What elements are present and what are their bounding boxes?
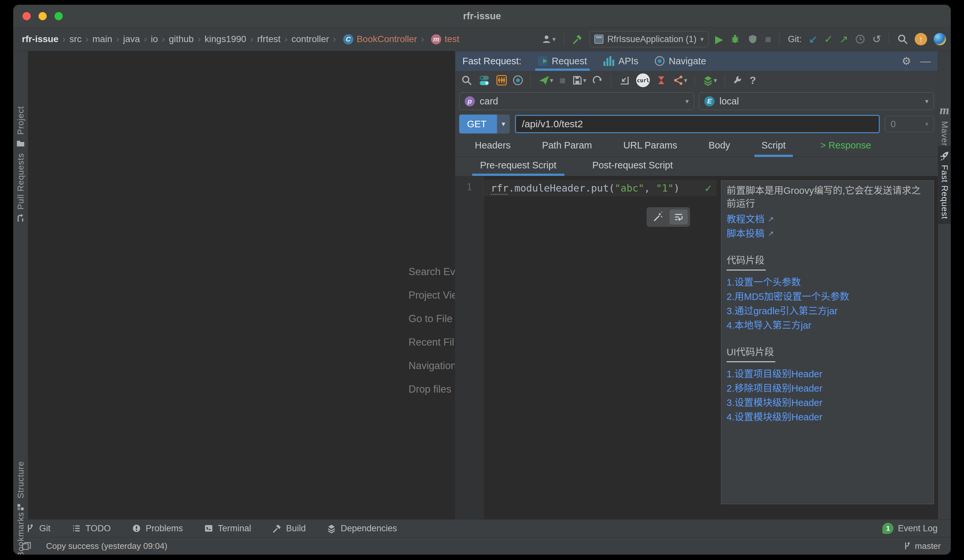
tab-apis[interactable]: APIs [604, 51, 638, 71]
toolwindow-terminal[interactable]: Terminal [204, 523, 251, 534]
close-window-button[interactable] [23, 12, 31, 20]
build-project-button[interactable] [572, 34, 583, 45]
search-icon[interactable] [461, 75, 472, 86]
breadcrumb-item[interactable]: rfrtest [246, 34, 280, 44]
run-configuration-select[interactable]: RfrIssueApplication (1) ▾ [589, 31, 708, 47]
minimize-window-button[interactable] [39, 12, 47, 20]
toolwindow-pull-requests[interactable]: Pull Requests [13, 153, 28, 223]
toolwindow-bookmarks[interactable]: Bookmarks [13, 512, 28, 555]
toolwindow-structure[interactable]: Structure [13, 461, 28, 512]
snippet-link[interactable]: 4.本地导入第三方jar [726, 318, 811, 333]
bug-icon [730, 34, 741, 45]
method-select[interactable]: GET ▾ [459, 115, 510, 133]
locate-api-icon[interactable] [513, 75, 523, 85]
toolwindow-dependencies[interactable]: Dependencies [327, 523, 397, 534]
share-icon[interactable]: ▾ [673, 75, 687, 86]
debug-button[interactable] [730, 34, 741, 45]
tab-headers[interactable]: Headers [475, 140, 511, 157]
breadcrumb-method[interactable]: m test [417, 34, 459, 44]
breadcrumb-item[interactable]: java [112, 34, 140, 44]
redo-icon[interactable] [593, 75, 604, 86]
tab-body[interactable]: Body [708, 140, 730, 157]
tab-navigate-label: Navigate [669, 56, 706, 67]
snippet-link[interactable]: 3.通过gradle引入第三方jar [726, 304, 838, 318]
git-branch-widget[interactable]: master [903, 541, 941, 551]
search-everywhere-button[interactable] [897, 34, 908, 45]
zoom-window-button[interactable] [55, 12, 63, 20]
save-request-button[interactable]: ▾ [572, 75, 586, 86]
toolwindow-problems[interactable]: Problems [132, 523, 183, 534]
ui-snippet-link[interactable]: 2.移除项目级别Header [726, 381, 822, 396]
tab-post-request-script[interactable]: Post-request Script [585, 160, 681, 176]
event-log-button[interactable]: 1 Event Log [883, 523, 938, 534]
git-push-button[interactable]: ↗ [839, 34, 848, 44]
tab-navigate[interactable]: Navigate [655, 51, 706, 71]
stack-layers-icon[interactable]: ▾ [702, 75, 717, 86]
url-input[interactable]: /api/v1.0/test2 [515, 115, 880, 133]
ui-snippet-link[interactable]: 3.设置模块级别Header [726, 396, 822, 410]
toolwindow-build[interactable]: Build [272, 523, 306, 534]
toolwindow-fast-request[interactable]: Fast Request [938, 146, 951, 224]
hide-panel-icon[interactable]: — [920, 56, 931, 66]
curl-icon[interactable]: curl [636, 73, 650, 87]
git-update-button[interactable]: ↙ [809, 34, 818, 44]
request-tabs: Headers Path Param URL Params Body Scrip… [455, 137, 938, 157]
fast-request-panel: Fast Request: Request APIs Navigate ⚙ — [455, 51, 938, 519]
stop-request-button[interactable]: ■ [559, 75, 566, 86]
breadcrumb-class[interactable]: C BookController [329, 34, 417, 44]
breadcrumb-item[interactable]: rfr-issue [22, 34, 59, 44]
doc-link-submit-script[interactable]: 脚本投稿 ↗ [726, 226, 773, 241]
tab-path-param[interactable]: Path Param [542, 140, 592, 157]
tab-script[interactable]: Script [762, 140, 786, 157]
tab-request[interactable]: Request [538, 51, 587, 71]
breadcrumb-item[interactable]: kings1990 [194, 34, 246, 44]
breadcrumb-item[interactable]: controller [280, 34, 329, 44]
settings-gear-icon[interactable]: ⚙ [902, 56, 911, 66]
rollback-button[interactable]: ↺ [872, 34, 881, 44]
project-select-value: card [480, 96, 498, 107]
tab-url-params[interactable]: URL Params [624, 140, 677, 157]
breadcrumb-item[interactable]: io [140, 34, 158, 44]
wrench-icon[interactable] [733, 75, 744, 86]
tab-pre-request-script[interactable]: Pre-request Script [472, 160, 564, 176]
paper-plane-icon [538, 75, 550, 86]
editor-hint: Search Ev [409, 260, 455, 284]
tab-response[interactable]: > Response [820, 140, 871, 157]
method-icon: m [431, 34, 441, 44]
magic-wand-button[interactable] [649, 209, 667, 224]
snippet-link[interactable]: 2.用MD5加密设置一个头参数 [726, 289, 849, 304]
breadcrumb-item[interactable]: src [59, 34, 81, 44]
send-request-button[interactable]: ▾ [538, 75, 553, 86]
run-with-coverage-button[interactable] [747, 34, 758, 45]
project-select[interactable]: p card ▾ [459, 93, 694, 110]
doc-link-tutorial[interactable]: 教程文档 ↗ [726, 212, 773, 226]
ui-snippet-link[interactable]: 4.设置模块级别Header [726, 410, 822, 424]
breadcrumb-item[interactable]: github [158, 34, 194, 44]
profile-button[interactable]: ▾ [541, 34, 556, 45]
script-code-editor[interactable]: rfr.moduleHeader.put("abc", "1") ✓ [484, 176, 717, 519]
gradle-sphere-icon[interactable] [934, 33, 946, 45]
import-icon[interactable] [619, 75, 630, 86]
history-button[interactable] [855, 34, 866, 45]
request-count-select[interactable]: 0 ▾ [885, 116, 934, 132]
stop-button[interactable]: ■ [765, 34, 771, 44]
ide-update-icon[interactable]: ↑ [915, 33, 927, 45]
left-tool-stripe: Project Pull Requests Structure Bookmark… [13, 51, 28, 519]
toggle-env-icon[interactable] [479, 75, 490, 86]
git-commit-button[interactable]: ✓ [824, 34, 833, 44]
run-button[interactable]: ▶ [715, 34, 723, 44]
code-line[interactable]: rfr.moduleHeader.put("abc", "1") ✓ [484, 180, 717, 196]
ui-snippet-link[interactable]: 1.设置项目级别Header [726, 367, 822, 381]
toolwindow-todo[interactable]: TODO [72, 523, 111, 534]
timeout-hourglass-icon[interactable] [656, 75, 666, 86]
help-icon[interactable]: ? [750, 75, 756, 86]
environment-select[interactable]: E local ▾ [699, 93, 934, 110]
soft-wrap-button[interactable] [669, 209, 688, 224]
breadcrumb-item[interactable]: main [81, 34, 112, 44]
toolwindow-project[interactable]: Project [13, 106, 28, 148]
snippet-link[interactable]: 1.设置一个头参数 [726, 275, 801, 289]
toolwindow-git[interactable]: Git [25, 523, 50, 534]
filter-settings-icon[interactable] [497, 75, 507, 86]
toolwindow-maven[interactable]: m Maven [938, 103, 951, 148]
editor-area[interactable]: Search EvProject VieGo to FileRecent Fil… [28, 51, 455, 519]
